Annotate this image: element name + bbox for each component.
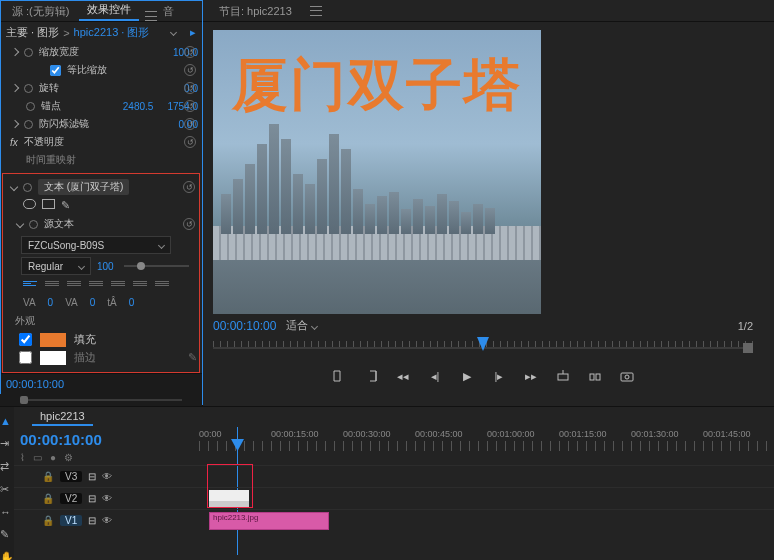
panel-menu-icon[interactable] [145,11,157,21]
reset-icon[interactable]: ↺ [184,82,196,94]
track-label[interactable]: V1 [60,515,82,526]
eye-icon[interactable]: 👁 [102,515,112,526]
align-center-icon[interactable] [45,281,59,293]
twisty-icon[interactable] [16,220,24,228]
track-header-v1[interactable]: 🔒V1⊟👁 [14,509,199,531]
align-justify-last-right-icon[interactable] [133,281,147,293]
mark-in-button[interactable] [332,369,346,383]
play-button[interactable]: ▶ [460,369,474,383]
clip-dropdown-caret[interactable] [170,29,177,36]
reset-icon[interactable]: ↺ [184,136,196,148]
track-lane-v3[interactable] [199,465,774,487]
stroke-color-swatch[interactable] [40,351,66,365]
align-justify-icon[interactable] [89,281,103,293]
prop-timeremap[interactable]: 时间重映射 [26,153,76,167]
track-toggle-icon[interactable]: ⊟ [88,515,96,526]
program-panel-menu-icon[interactable] [310,6,322,16]
sequence-tab[interactable]: hpic2213 [32,408,93,426]
font-family-dropdown[interactable]: FZCuSong-B09S [21,236,171,254]
twisty-icon[interactable] [11,120,19,128]
marker-icon[interactable]: ● [50,452,56,463]
program-viewport[interactable]: 厦门双子塔 [213,30,541,314]
go-to-in-button[interactable]: ◂◂ [396,369,410,383]
pen-tool[interactable]: ✎ [0,528,14,541]
effects-timecode[interactable]: 00:00:10:00 [0,373,202,394]
uniform-scale-checkbox[interactable] [50,65,61,76]
keyframe-stopwatch-icon[interactable] [24,48,33,57]
snap-icon[interactable]: ⌇ [20,452,25,463]
track-toggle-icon[interactable]: ⊟ [88,493,96,504]
settings-icon[interactable]: ⚙ [64,452,73,463]
mark-out-button[interactable] [364,369,378,383]
timeline-timecode[interactable]: 00:00:10:00 [20,431,193,448]
keyframe-stopwatch-icon[interactable] [23,183,32,192]
mask-ellipse-icon[interactable] [23,199,36,209]
text-layer-item[interactable]: 文本 (厦门双子塔) [38,179,129,195]
reset-icon[interactable]: ↺ [183,181,195,193]
hand-tool[interactable]: ✋ [0,551,14,560]
keyframe-stopwatch-icon[interactable] [24,84,33,93]
track-header-v2[interactable]: 🔒V2⊟👁 [14,487,199,509]
track-lane-v1[interactable]: hpic2213.jpg [199,509,774,531]
reset-icon[interactable]: ↺ [184,100,196,112]
reset-icon[interactable]: ↺ [183,218,195,230]
reset-icon[interactable]: ↺ [184,118,196,130]
keyframe-stopwatch-icon[interactable] [24,120,33,129]
resolution-dropdown[interactable]: 1/2 [738,320,753,332]
program-timecode[interactable]: 00:00:10:00 [213,319,276,333]
lock-icon[interactable]: 🔒 [42,471,54,482]
export-frame-button[interactable] [620,369,634,383]
tab-source[interactable]: 源 :(无剪辑) [4,1,77,21]
keyframe-stopwatch-icon[interactable] [26,102,35,111]
mask-pen-icon[interactable]: ✎ [61,199,70,212]
tab-effect-controls[interactable]: 效果控件 [79,0,139,21]
tab-audio-truncated[interactable]: 音 [159,1,182,21]
font-size-value[interactable]: 100 [97,261,114,272]
razor-tool[interactable]: ✂ [0,483,14,496]
align-justify-all-icon[interactable] [155,281,169,293]
twisty-icon[interactable] [10,183,18,191]
font-size-slider[interactable] [124,265,189,267]
timeline-ruler[interactable]: 00:0000:00:15:0000:00:30:0000:00:45:0000… [199,427,774,465]
stroke-enabled-checkbox[interactable] [19,351,32,364]
reset-icon[interactable]: ↺ [184,64,196,76]
step-forward-button[interactable]: |▸ [492,369,506,383]
fx-badge-icon[interactable]: fx [10,137,18,148]
twisty-icon[interactable] [11,84,19,92]
zoom-fit-dropdown[interactable]: 适合 [286,318,317,333]
slip-tool[interactable]: ↔ [0,506,14,518]
font-weight-dropdown[interactable]: Regular [21,257,91,275]
track-label[interactable]: V3 [60,471,82,482]
track-header-v3[interactable]: 🔒V3⊟👁 [14,465,199,487]
reset-icon[interactable]: ↺ [184,46,196,58]
leading-value[interactable]: 0 [129,297,135,308]
step-back-button[interactable]: ◂| [428,369,442,383]
track-select-tool[interactable]: ⇥ [0,437,14,450]
effects-mini-timeline[interactable] [0,394,202,406]
linked-selection-icon[interactable]: ▭ [33,452,42,463]
go-to-out-button[interactable]: ▸▸ [524,369,538,383]
program-scrubber[interactable] [213,337,753,363]
lock-icon[interactable]: 🔒 [42,493,54,504]
out-point-handle[interactable] [743,343,753,353]
eye-icon[interactable]: 👁 [102,493,112,504]
track-lane-v2[interactable] [199,487,774,509]
anchor-x[interactable]: 2480.5 [123,101,154,112]
extract-button[interactable] [588,369,602,383]
lift-button[interactable] [556,369,570,383]
stroke-eyedropper-icon[interactable]: ✎ [188,351,197,364]
keyframe-stopwatch-icon[interactable] [29,220,38,229]
kerning-value[interactable]: 0 [90,297,96,308]
track-label[interactable]: V2 [60,493,82,504]
mask-rect-icon[interactable] [42,199,55,209]
selection-tool[interactable]: ▲ [0,415,14,427]
fill-color-swatch[interactable] [40,333,66,347]
lock-icon[interactable]: 🔒 [42,515,54,526]
twisty-icon[interactable] [11,48,19,56]
eye-icon[interactable]: 👁 [102,471,112,482]
prop-opacity[interactable]: 不透明度 [24,135,64,149]
clip-graphic-link[interactable]: hpic2213 · 图形 [74,25,150,40]
track-toggle-icon[interactable]: ⊟ [88,471,96,482]
align-left-icon[interactable] [23,281,37,293]
ripple-edit-tool[interactable]: ⇄ [0,460,14,473]
